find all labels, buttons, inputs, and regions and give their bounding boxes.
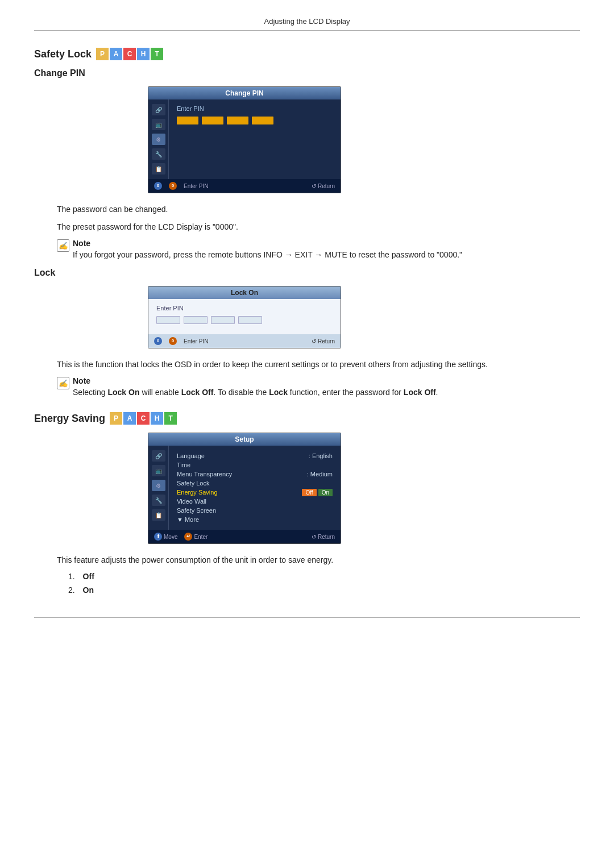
badge-a: A [110,48,122,60]
list-num-1: 1. [68,572,75,581]
lock-para1: This is the function that locks the OSD … [57,359,580,371]
note-label-1: Note [73,239,462,248]
note-content-2: Note Selecting Lock On will enable Lock … [73,376,438,398]
setup-screen-title: Setup [148,433,341,446]
setup-sidebar-icon-5: 📋 [152,509,165,521]
setup-label-more: ▼ More [177,516,199,523]
setup-sidebar-icon-2: 📺 [152,465,165,476]
change-pin-note: ✍ Note If you forgot your password, pres… [57,239,580,261]
badge-h: H [137,48,150,60]
note-icon-2: ✍ [57,377,69,389]
setup-sidebar-icon-3: ⚙ [152,480,165,491]
list-item-on: 2. On [68,585,580,595]
lock-pin-field-2 [184,316,208,324]
safety-lock-badges: P A C H T [96,48,163,60]
lock-screen-body: Enter PIN [148,299,341,334]
change-pin-footer: 0 0 Enter PIN ↺ Return [148,179,341,193]
btn-orange-0: 0 [169,182,177,190]
setup-move-label: Move [164,534,177,540]
footer-btn-0-1: 0 [154,182,162,190]
setup-footer-enter: ↵ Enter [184,533,208,541]
setup-row-safety-screen: Safety Screen [177,506,333,515]
header-title: Adjusting the LCD Display [264,17,350,26]
energy-badge-h: H [151,412,163,425]
sidebar-icon-1: 🔗 [152,104,165,115]
lock-footer-enter: Enter PIN [184,338,208,344]
sidebar-icon-3: ⚙ [152,134,165,145]
pin-fields [177,117,333,124]
page-header: Adjusting the LCD Display [34,17,580,31]
lock-footer-btn-2: 0 [169,337,177,345]
screen-sidebar: 🔗 📺 ⚙ 🔧 📋 [148,99,169,179]
return-arrow: ↺ [312,183,316,189]
list-item-off: 1. Off [68,572,580,581]
lock-return-arrow: ↺ [312,338,316,344]
setup-row-language: Language : English [177,451,333,460]
change-pin-content: Enter PIN [169,99,341,179]
setup-value-menu-transparency: : Medium [307,471,333,477]
list-label-on: On [83,585,94,595]
note-text-2: Selecting Lock On will enable Lock Off. … [73,387,438,398]
badge-c: C [123,48,136,60]
lock-pin-fields [156,316,333,324]
note-text-1: If you forgot your password, press the r… [73,249,462,261]
lock-screen: Lock On Enter PIN 0 0 [148,286,341,348]
setup-move-icon: ⬆ [154,533,162,541]
pin-field-1 [177,117,198,124]
energy-saving-on-badge: On [318,489,333,496]
setup-value-language: : English [309,452,333,459]
footer-btn-0-2: 0 [169,182,177,190]
lock-btn-blue: 0 [154,337,162,345]
list-label-off: Off [83,572,94,581]
setup-enter-label: Enter [194,534,208,540]
setup-sidebar-icon-4: 🔧 [152,495,165,506]
safety-lock-section: Safety Lock P A C H T Change PIN Change … [34,48,580,398]
setup-row-menu-transparency: Menu Transparency : Medium [177,470,333,479]
energy-badge-t: T [164,412,177,425]
lock-note: ✍ Note Selecting Lock On will enable Loc… [57,376,580,398]
setup-label-safety-lock: Safety Lock [177,480,209,487]
setup-label-safety-screen: Safety Screen [177,507,216,514]
setup-footer-move: ⬆ Move [154,533,177,541]
lock-footer-btn-1: 0 [154,337,162,345]
energy-badge-p: P [110,412,122,425]
change-pin-para2: The preset password for the LCD Display … [57,221,580,233]
change-pin-subsection: Change PIN Change PIN 🔗 📺 ⚙ 🔧 📋 Enter PI… [34,68,580,261]
setup-label-menu-transparency: Menu Transparency [177,471,232,477]
setup-label-time: Time [177,462,190,468]
setup-label-energy-saving: Energy Saving [177,489,218,496]
setup-screen: Setup 🔗 📺 ⚙ 🔧 📋 Language : English Time [148,433,341,544]
lock-footer-return: ↺ Return [312,338,335,344]
lock-btn-orange: 0 [169,337,177,345]
lock-screen-title: Lock On [148,286,341,299]
lock-enter-pin-label: Enter PIN [156,305,333,312]
safety-lock-title: Safety Lock P A C H T [34,48,580,60]
setup-row-more: ▼ More [177,515,333,524]
setup-sidebar-icon-1: 🔗 [152,450,165,462]
energy-saving-list: 1. Off 2. On [68,572,580,595]
energy-saving-para: This feature adjusts the power consumpti… [57,554,580,566]
enter-pin-label: Enter PIN [177,105,333,112]
change-pin-screen-body: 🔗 📺 ⚙ 🔧 📋 Enter PIN [148,99,341,179]
setup-footer: ⬆ Move ↵ Enter ↺ Return [148,530,341,543]
footer-return: ↺ Return [312,183,335,189]
note-label-2: Note [73,376,438,385]
lock-pin-field-4 [238,316,262,324]
footer-enter-label: Enter PIN [184,183,208,189]
sidebar-icon-5: 📋 [152,163,165,175]
change-pin-screen: Change PIN 🔗 📺 ⚙ 🔧 📋 Enter PIN [148,86,341,193]
pin-field-2 [202,117,223,124]
pin-field-4 [252,117,273,124]
sidebar-icon-4: 🔧 [152,148,165,160]
note-icon-1: ✍ [57,239,69,252]
setup-label-video-wall: Video Wall [177,498,206,505]
sidebar-icon-2: 📺 [152,119,165,130]
energy-badge-c: C [137,412,150,425]
setup-row-safety-lock: Safety Lock [177,479,333,488]
energy-saving-section: Energy Saving P A C H T Setup 🔗 📺 ⚙ 🔧 📋 [34,412,580,595]
energy-saving-title: Energy Saving P A C H T [34,412,580,425]
lock-title: Lock [34,268,580,278]
lock-footer: 0 0 Enter PIN ↺ Return [148,334,341,348]
lock-subsection: Lock Lock On Enter PIN 0 [34,268,580,398]
energy-saving-badges: P A C H T [110,412,177,425]
